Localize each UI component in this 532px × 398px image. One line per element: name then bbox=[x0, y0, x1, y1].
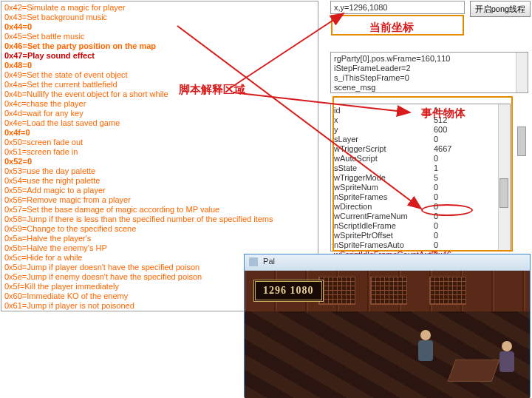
window-lattice bbox=[429, 277, 466, 305]
script-line[interactable]: 0x43=Set background music bbox=[4, 13, 315, 22]
game-window-title: Pal bbox=[263, 257, 275, 266]
script-line[interactable]: 0x51=screen fade in bbox=[4, 147, 315, 157]
script-line[interactable]: 0x56=Remove magic from a player bbox=[4, 195, 315, 205]
window-lattice bbox=[318, 277, 355, 305]
app-icon bbox=[249, 257, 258, 266]
game-window-titlebar[interactable]: Pal bbox=[245, 254, 530, 271]
script-line[interactable]: 0x48=0 bbox=[4, 61, 315, 70]
scene-debug-panel: rgParty[0].pos.wFrame=160,110iStepFrameL… bbox=[330, 52, 528, 93]
script-line[interactable]: 0x52=0 bbox=[4, 157, 315, 166]
label-event-object: 事件物体 bbox=[421, 107, 466, 121]
start-pong-thread-button[interactable]: 开启pong线程 bbox=[470, 1, 531, 17]
script-line[interactable]: 0x57=Set the base damage of magic accord… bbox=[4, 205, 315, 215]
debug-line: rgParty[0].pos.wFrame=160,110 bbox=[334, 54, 525, 64]
script-line[interactable]: 0x5b=Halve the enemy's HP bbox=[4, 243, 315, 253]
debug-line: iStepFrameLeader=2 bbox=[334, 64, 525, 73]
script-line[interactable]: 0x59=Change to the specified scene bbox=[4, 224, 315, 234]
debug-line: s_iThisStepFrame=0 bbox=[334, 73, 525, 83]
script-line[interactable]: 0x5a=Halve the player's bbox=[4, 234, 315, 243]
script-line[interactable]: 0x49=Set the state of event object bbox=[4, 70, 315, 80]
script-line[interactable]: 0x4d=wait for any key bbox=[4, 109, 315, 118]
script-line[interactable]: 0x50=screen fade out bbox=[4, 138, 315, 147]
script-line[interactable]: 0x4a=Set the current battlefield bbox=[4, 80, 315, 90]
label-current-coords: 当前坐标 bbox=[369, 21, 414, 35]
script-line[interactable]: 0x47=Play sound effect bbox=[4, 51, 315, 61]
scroll-thumb[interactable] bbox=[517, 127, 526, 156]
game-coord-overlay: 1296 1080 bbox=[253, 280, 324, 302]
player-sprite-2 bbox=[496, 341, 518, 378]
script-line[interactable]: 0x53=use the day palette bbox=[4, 166, 315, 176]
game-table bbox=[448, 360, 500, 382]
game-viewport[interactable]: 1296 1080 bbox=[245, 271, 530, 398]
script-line[interactable]: 0x4b=Nullify the event object for a shor… bbox=[4, 90, 315, 99]
label-script-area: 脚本解释区域 bbox=[179, 83, 245, 97]
script-line[interactable]: 0x45=Set battle music bbox=[4, 32, 315, 41]
game-window[interactable]: Pal 1296 1080 bbox=[244, 254, 531, 397]
game-scene: 1296 1080 bbox=[245, 271, 530, 398]
script-line[interactable]: 0x44=0 bbox=[4, 22, 315, 32]
coord-readout: x,y=1296,1080 bbox=[330, 1, 465, 14]
script-line[interactable]: 0x58=Jump if there is less than the spec… bbox=[4, 215, 315, 224]
script-line[interactable]: 0x55=Add magic to a player bbox=[4, 186, 315, 195]
game-floor bbox=[245, 311, 530, 398]
script-line[interactable]: 0x54=use the night palette bbox=[4, 176, 315, 186]
script-line[interactable]: 0x4f=0 bbox=[4, 128, 315, 138]
script-line[interactable]: 0x42=Simulate a magic for player bbox=[4, 3, 315, 13]
debug-line: scene_msg bbox=[334, 83, 525, 92]
script-line[interactable]: 0x4c=chase the player bbox=[4, 99, 315, 109]
player-sprite-1 bbox=[415, 330, 437, 367]
window-lattice bbox=[370, 277, 407, 305]
script-line[interactable]: 0x46=Set the party position on the map bbox=[4, 41, 315, 51]
scrollbar[interactable] bbox=[516, 53, 528, 92]
script-line[interactable]: 0x4e=Load the last saved game bbox=[4, 118, 315, 128]
